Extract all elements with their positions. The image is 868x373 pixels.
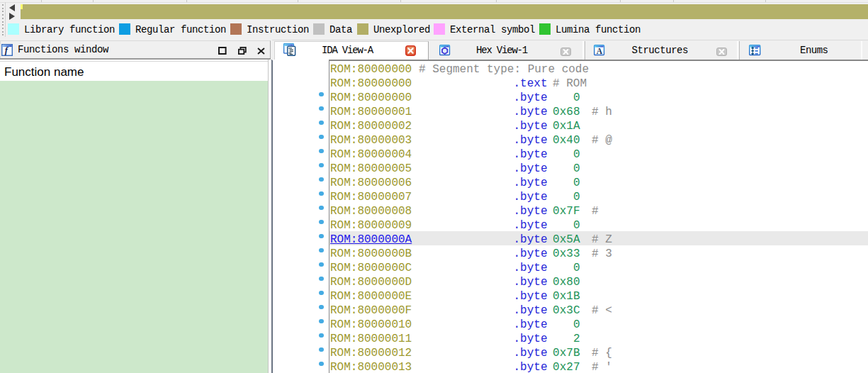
- svg-text:A: A: [597, 47, 603, 55]
